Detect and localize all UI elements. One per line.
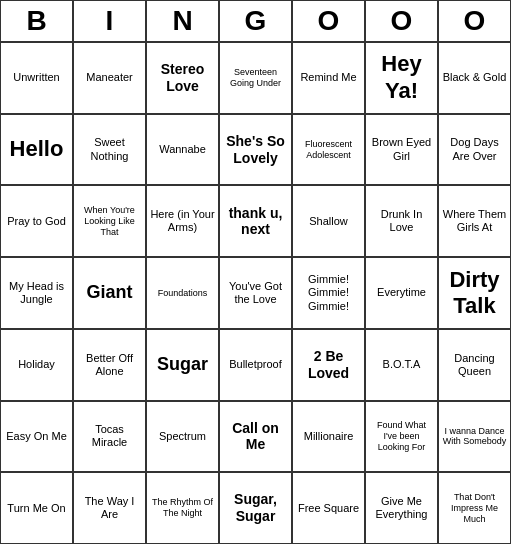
bingo-cell-4-4[interactable]: 2 Be Loved — [292, 329, 365, 401]
bingo-cell-1-2[interactable]: Wannabe — [146, 114, 219, 186]
bingo-cell-3-2[interactable]: Foundations — [146, 257, 219, 329]
header-cell-o5: O — [365, 0, 438, 42]
bingo-cell-6-6[interactable]: That Don't Impress Me Much — [438, 472, 511, 544]
header-cell-i1: I — [73, 0, 146, 42]
bingo-cell-2-3[interactable]: thank u, next — [219, 185, 292, 257]
bingo-cell-1-5[interactable]: Brown Eyed Girl — [365, 114, 438, 186]
bingo-cell-6-0[interactable]: Turn Me On — [0, 472, 73, 544]
bingo-cell-4-6[interactable]: Dancing Queen — [438, 329, 511, 401]
bingo-cell-0-5[interactable]: Hey Ya! — [365, 42, 438, 114]
bingo-cell-1-4[interactable]: Fluorescent Adolescent — [292, 114, 365, 186]
bingo-row-3: My Head is JungleGiantFoundationsYou've … — [0, 257, 511, 329]
bingo-cell-2-2[interactable]: Here (in Your Arms) — [146, 185, 219, 257]
bingo-row-5: Easy On MeTocas MiracleSpectrumCall on M… — [0, 401, 511, 473]
header-cell-g3: G — [219, 0, 292, 42]
bingo-cell-2-1[interactable]: When You're Looking Like That — [73, 185, 146, 257]
bingo-cell-4-1[interactable]: Better Off Alone — [73, 329, 146, 401]
bingo-cell-6-2[interactable]: The Rhythm Of The Night — [146, 472, 219, 544]
bingo-row-2: Pray to GodWhen You're Looking Like That… — [0, 185, 511, 257]
bingo-cell-5-6[interactable]: I wanna Dance With Somebody — [438, 401, 511, 473]
bingo-cell-5-3[interactable]: Call on Me — [219, 401, 292, 473]
bingo-cell-4-3[interactable]: Bulletproof — [219, 329, 292, 401]
bingo-cell-6-3[interactable]: Sugar, Sugar — [219, 472, 292, 544]
bingo-cell-1-6[interactable]: Dog Days Are Over — [438, 114, 511, 186]
header-cell-b0: B — [0, 0, 73, 42]
bingo-row-1: HelloSweet NothingWannabeShe's So Lovely… — [0, 114, 511, 186]
bingo-header: BINGOOO — [0, 0, 511, 42]
header-cell-o6: O — [438, 0, 511, 42]
bingo-cell-4-5[interactable]: B.O.T.A — [365, 329, 438, 401]
bingo-row-4: HolidayBetter Off AloneSugarBulletproof2… — [0, 329, 511, 401]
bingo-cell-2-0[interactable]: Pray to God — [0, 185, 73, 257]
bingo-cell-0-2[interactable]: Stereo Love — [146, 42, 219, 114]
bingo-cell-3-6[interactable]: Dirty Talk — [438, 257, 511, 329]
bingo-cell-1-0[interactable]: Hello — [0, 114, 73, 186]
bingo-cell-1-1[interactable]: Sweet Nothing — [73, 114, 146, 186]
bingo-cell-3-1[interactable]: Giant — [73, 257, 146, 329]
bingo-card: BINGOOO UnwrittenManeaterStereo LoveSeve… — [0, 0, 511, 544]
bingo-cell-4-2[interactable]: Sugar — [146, 329, 219, 401]
bingo-cell-0-3[interactable]: Seventeen Going Under — [219, 42, 292, 114]
bingo-cell-3-5[interactable]: Everytime — [365, 257, 438, 329]
bingo-cell-5-4[interactable]: Millionaire — [292, 401, 365, 473]
header-cell-o4: O — [292, 0, 365, 42]
bingo-cell-5-2[interactable]: Spectrum — [146, 401, 219, 473]
bingo-cell-6-5[interactable]: Give Me Everything — [365, 472, 438, 544]
bingo-cell-6-4[interactable]: Free Square — [292, 472, 365, 544]
bingo-cell-5-0[interactable]: Easy On Me — [0, 401, 73, 473]
bingo-cell-0-0[interactable]: Unwritten — [0, 42, 73, 114]
bingo-cell-3-4[interactable]: Gimmie! Gimmie! Gimmie! — [292, 257, 365, 329]
bingo-cell-3-3[interactable]: You've Got the Love — [219, 257, 292, 329]
bingo-grid: UnwrittenManeaterStereo LoveSeventeen Go… — [0, 42, 511, 544]
bingo-cell-1-3[interactable]: She's So Lovely — [219, 114, 292, 186]
bingo-cell-2-5[interactable]: Drunk In Love — [365, 185, 438, 257]
header-cell-n2: N — [146, 0, 219, 42]
bingo-cell-5-1[interactable]: Tocas Miracle — [73, 401, 146, 473]
bingo-cell-4-0[interactable]: Holiday — [0, 329, 73, 401]
bingo-row-6: Turn Me OnThe Way I AreThe Rhythm Of The… — [0, 472, 511, 544]
bingo-cell-6-1[interactable]: The Way I Are — [73, 472, 146, 544]
bingo-cell-0-6[interactable]: Black & Gold — [438, 42, 511, 114]
bingo-cell-2-6[interactable]: Where Them Girls At — [438, 185, 511, 257]
bingo-row-0: UnwrittenManeaterStereo LoveSeventeen Go… — [0, 42, 511, 114]
bingo-cell-0-4[interactable]: Remind Me — [292, 42, 365, 114]
bingo-cell-0-1[interactable]: Maneater — [73, 42, 146, 114]
bingo-cell-2-4[interactable]: Shallow — [292, 185, 365, 257]
bingo-cell-5-5[interactable]: Found What I've been Looking For — [365, 401, 438, 473]
bingo-cell-3-0[interactable]: My Head is Jungle — [0, 257, 73, 329]
